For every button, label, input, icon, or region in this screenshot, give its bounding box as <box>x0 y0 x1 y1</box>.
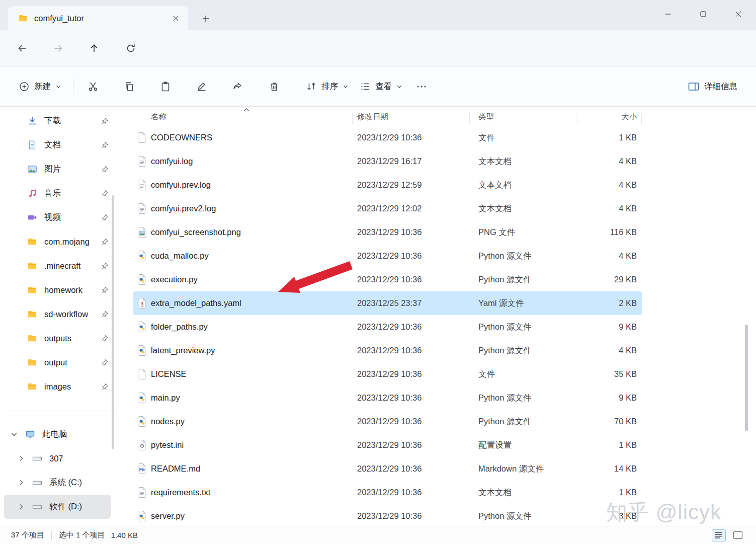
column-divider[interactable] <box>577 113 577 124</box>
sort-button-label: 排序 <box>321 81 338 92</box>
file-row[interactable]: main.py2023/12/29 10:36Python 源文件9 KB <box>133 386 642 410</box>
pin-icon <box>101 141 109 149</box>
file-row[interactable]: execution.py2023/12/29 10:36Python 源文件29… <box>133 268 642 291</box>
file-row[interactable]: comfyui.prev2.log2023/12/29 12:02文本文档4 K… <box>133 197 642 220</box>
file-row[interactable]: comfyui.prev.log2023/12/29 12:59文本文档4 KB <box>133 173 642 197</box>
cut-button[interactable] <box>79 75 107 98</box>
file-row[interactable]: nodes.py2023/12/29 10:36Python 源文件70 KB <box>133 410 642 433</box>
file-row[interactable]: comfyui_screenshot.png2023/12/29 10:36PN… <box>133 220 642 244</box>
pin-icon <box>101 214 109 221</box>
sidebar-item[interactable]: 下载 <box>4 109 111 133</box>
column-header-date[interactable]: 修改日期 <box>352 112 469 122</box>
file-date-modified: 2023/12/29 16:17 <box>352 157 469 166</box>
sidebar-item-label: 下载 <box>44 115 61 126</box>
sidebar-item[interactable]: 视频 <box>4 205 111 229</box>
column-divider[interactable] <box>352 113 353 124</box>
file-row[interactable]: pytest.ini2023/12/29 10:36配置设置1 KB <box>133 433 642 457</box>
chevron-right-icon <box>17 479 25 487</box>
sidebar-item[interactable]: outputs <box>4 326 111 350</box>
file-row[interactable]: LICENSE2023/12/29 10:36文件35 KB <box>133 362 642 386</box>
rename-button[interactable] <box>188 75 215 98</box>
file-row[interactable]: comfyui.log2023/12/29 16:17文本文档4 KB <box>133 149 642 173</box>
file-row[interactable]: folder_paths.py2023/12/29 10:36Python 源文… <box>133 315 642 339</box>
new-button[interactable]: 新建 <box>13 76 67 97</box>
sidebar-item[interactable]: images <box>4 374 111 399</box>
music-icon <box>27 188 37 198</box>
explorer-tab[interactable]: comfyui_tutor <box>8 6 188 30</box>
file-size: 9 KB <box>577 322 642 332</box>
sidebar-tree-item[interactable]: 软件 (D:) <box>4 495 111 519</box>
file-date-modified: 2023/12/29 10:36 <box>352 464 469 474</box>
maximize-button[interactable] <box>686 0 721 28</box>
file-type: 文本文档 <box>469 203 577 214</box>
back-button[interactable] <box>12 38 32 58</box>
column-header-type[interactable]: 类型 <box>469 112 577 122</box>
forward-button[interactable] <box>48 38 68 58</box>
sidebar-item-label: outputs <box>44 334 71 343</box>
pin-icon <box>101 262 109 270</box>
sidebar-scrollbar[interactable] <box>112 195 114 449</box>
file-list-scrollbar[interactable] <box>745 325 748 431</box>
paste-button[interactable] <box>152 75 179 98</box>
details-pane-button[interactable]: 详细信息 <box>682 76 743 97</box>
file-type-python-icon <box>133 345 151 356</box>
selection-size: 1.40 KB <box>111 531 138 539</box>
column-header-size[interactable]: 大小 <box>577 112 642 122</box>
file-row[interactable]: requirements.txt2023/12/29 10:36文本文档1 KB <box>133 481 642 504</box>
details-pane-icon <box>688 81 700 92</box>
file-type-yaml-icon <box>133 297 151 309</box>
sidebar-item[interactable]: 文档 <box>4 133 111 157</box>
column-divider[interactable] <box>469 113 470 124</box>
sort-icon <box>306 81 317 92</box>
new-tab-button[interactable] <box>198 11 213 26</box>
sidebar-tree-item[interactable]: 307 <box>4 446 111 471</box>
sidebar-item[interactable]: .minecraft <box>4 254 111 278</box>
file-row[interactable]: server.py2023/12/29 10:36Python 源文件3 KB <box>133 504 642 526</box>
file-name: requirements.txt <box>151 488 352 497</box>
sidebar-item[interactable]: homework <box>4 278 111 302</box>
titlebar[interactable]: comfyui_tutor <box>0 0 756 30</box>
sidebar-tree-item[interactable]: 此电脑 <box>4 422 111 446</box>
file-date-modified: 2023/12/29 10:36 <box>352 346 469 355</box>
sidebar-item[interactable]: sd-workflow <box>4 302 111 326</box>
file-row[interactable]: CODEOWNERS2023/12/29 10:36文件1 KB <box>133 126 642 149</box>
sidebar-item[interactable]: output <box>4 350 111 374</box>
file-size: 4 KB <box>577 251 642 261</box>
details-view-toggle[interactable] <box>712 529 726 541</box>
file-row[interactable]: README.md2023/12/29 10:36Markdown 源文件14 … <box>133 457 642 481</box>
file-size: 116 KB <box>577 227 642 237</box>
share-button[interactable] <box>224 75 251 98</box>
file-type-python-icon <box>133 274 151 285</box>
drive-icon <box>32 453 42 463</box>
sidebar-item[interactable]: 图片 <box>4 157 111 181</box>
pin-icon <box>101 166 109 173</box>
file-date-modified: 2023/12/29 10:36 <box>352 369 469 379</box>
file-type-python-icon <box>133 250 151 262</box>
pin-icon <box>101 335 109 342</box>
close-button[interactable] <box>721 0 756 28</box>
column-divider[interactable] <box>641 113 642 124</box>
sort-button[interactable]: 排序 <box>300 76 354 97</box>
tab-close-icon[interactable] <box>169 12 182 25</box>
sidebar-item[interactable]: com.mojang <box>4 229 111 254</box>
view-button[interactable]: 查看 <box>354 76 408 97</box>
file-row[interactable]: latent_preview.py2023/12/29 10:36Python … <box>133 339 642 362</box>
sidebar-tree-item[interactable]: 系统 (C:) <box>4 471 111 495</box>
delete-button[interactable] <box>261 75 288 98</box>
column-headers: 名称 修改日期 类型 大小 <box>133 107 642 126</box>
downloads-icon <box>27 116 37 126</box>
copy-button[interactable] <box>116 75 143 98</box>
file-list-pane: 名称 修改日期 类型 大小 CODEOWNERS2023/12/29 10:36… <box>126 107 756 526</box>
pin-icon <box>101 383 109 391</box>
file-type: 文件 <box>469 132 577 143</box>
more-options-button[interactable] <box>408 75 435 98</box>
minimize-button[interactable] <box>650 0 686 28</box>
file-row[interactable]: cuda_malloc.py2023/12/29 10:36Python 源文件… <box>133 244 642 268</box>
column-header-name[interactable]: 名称 <box>151 112 352 122</box>
file-name: comfyui.log <box>151 157 352 166</box>
file-row[interactable]: extra_model_paths.yaml2023/12/25 23:37Ya… <box>133 291 642 315</box>
thumbnail-view-toggle[interactable] <box>731 529 745 541</box>
sidebar-item[interactable]: 音乐 <box>4 181 111 205</box>
refresh-button[interactable] <box>121 38 141 58</box>
up-button[interactable] <box>84 38 104 58</box>
